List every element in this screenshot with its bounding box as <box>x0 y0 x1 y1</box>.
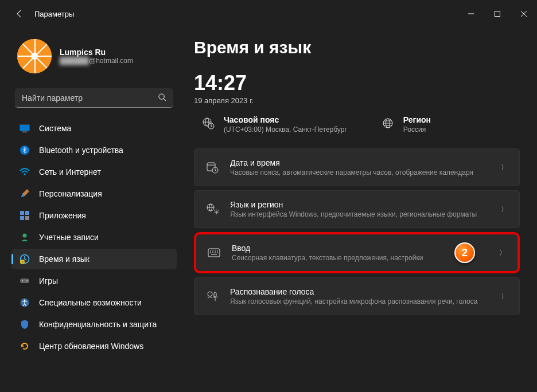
setting-input[interactable]: Ввод Сенсорная клавиатура, текстовые пре… <box>194 232 520 273</box>
minimize-button[interactable] <box>458 0 484 28</box>
search-input[interactable] <box>22 93 158 103</box>
system-icon <box>20 123 30 134</box>
apps-icon <box>20 210 30 221</box>
sidebar-item-label: Персонализация <box>39 189 102 198</box>
nav-list: Система Bluetooth и устройства Сеть и Ин… <box>11 118 177 356</box>
maximize-button[interactable] <box>484 0 511 28</box>
setting-title: Дата и время <box>230 158 489 167</box>
setting-speech[interactable]: Распознавание голоса Язык голосовых функ… <box>194 277 520 315</box>
svg-text:字: 字 <box>214 209 219 215</box>
setting-language-region[interactable]: 字 Язык и регион Язык интерфейса Windows,… <box>194 190 520 228</box>
current-time: 14:27 <box>194 71 520 95</box>
wifi-icon <box>20 167 30 177</box>
maximize-icon <box>495 11 500 17</box>
sidebar-item-accounts[interactable]: Учетные записи <box>11 227 177 248</box>
window-controls <box>458 0 537 28</box>
profile-name: Lumpics Ru <box>60 48 133 57</box>
personalization-icon <box>20 189 30 199</box>
close-button[interactable] <box>511 0 537 28</box>
svg-point-4 <box>159 93 164 99</box>
timezone-block[interactable]: Часовой пояс (UTC+03:00) Москва, Санкт-П… <box>202 115 347 134</box>
setting-desc: Язык интерфейса Windows, предпочитаемые … <box>230 210 489 218</box>
timezone-desc: (UTC+03:00) Москва, Санкт-Петербург <box>224 126 347 134</box>
chevron-right-icon: 〉 <box>501 163 508 173</box>
sidebar-item-personalization[interactable]: Персонализация <box>11 183 177 204</box>
arrow-left-icon <box>15 9 24 18</box>
sidebar-item-label: Bluetooth и устройства <box>39 146 123 155</box>
svg-point-49 <box>208 292 212 296</box>
svg-point-14 <box>23 234 27 238</box>
search-box[interactable] <box>15 88 173 108</box>
chevron-right-icon: 〉 <box>501 292 508 301</box>
svg-point-9 <box>24 173 26 175</box>
sidebar-item-gaming[interactable]: Игры <box>11 271 177 291</box>
accessibility-icon <box>20 297 30 308</box>
globe-clock-icon <box>202 117 215 130</box>
sidebar-item-bluetooth[interactable]: Bluetooth и устройства <box>11 140 177 160</box>
setting-date-time[interactable]: Дата и время Часовые пояса, автоматическ… <box>194 148 520 186</box>
setting-desc: Язык голосовых функций, настройка микроф… <box>230 297 489 305</box>
region-block[interactable]: Регион Россия <box>382 115 431 134</box>
sidebar-item-label: Сеть и Интернет <box>39 167 101 177</box>
sidebar-item-label: Приложения <box>39 211 86 220</box>
bluetooth-icon <box>20 145 30 155</box>
profile-block[interactable]: Lumpics Ru ██████@hotmail.com <box>11 28 177 84</box>
profile-email: ██████@hotmail.com <box>60 57 133 65</box>
svg-rect-12 <box>20 216 24 220</box>
page-title: Время и язык <box>194 38 520 57</box>
svg-rect-1 <box>495 11 500 17</box>
language-icon: 字 <box>206 203 219 215</box>
region-desc: Россия <box>403 126 431 134</box>
back-button[interactable] <box>10 5 29 23</box>
close-icon <box>521 11 527 17</box>
sidebar-item-label: Учетные записи <box>39 233 99 242</box>
minimize-icon <box>468 11 474 17</box>
svg-rect-50 <box>214 292 216 297</box>
svg-point-22 <box>24 300 26 301</box>
setting-desc: Сенсорная клавиатура, текстовые предложе… <box>232 254 488 262</box>
settings-list: Дата и время Часовые пояса, автоматическ… <box>194 148 520 315</box>
sidebar-item-label: Время и язык <box>39 254 90 264</box>
sidebar-item-apps[interactable]: Приложения <box>11 205 177 226</box>
current-date: 19 апреля 2023 г. <box>194 96 520 105</box>
setting-title: Ввод <box>232 244 488 253</box>
svg-text:字: 字 <box>21 260 24 264</box>
svg-line-5 <box>164 99 166 101</box>
microphone-icon <box>206 290 219 303</box>
sidebar-item-label: Специальные возможности <box>39 298 142 307</box>
keyboard-icon <box>208 246 220 259</box>
sidebar-item-privacy[interactable]: Конфиденциальность и защита <box>11 314 177 335</box>
svg-rect-10 <box>20 211 24 215</box>
sidebar-item-time-language[interactable]: 字 Время и язык <box>11 249 177 269</box>
svg-rect-13 <box>25 216 29 220</box>
region-title: Регион <box>403 115 431 124</box>
sidebar: Lumpics Ru ██████@hotmail.com Система Bl… <box>0 28 184 392</box>
setting-title: Распознавание голоса <box>230 287 489 296</box>
setting-desc: Часовые пояса, автоматические параметры … <box>230 168 489 177</box>
update-icon <box>20 341 30 351</box>
globe-icon <box>382 117 394 130</box>
sidebar-item-network[interactable]: Сеть и Интернет <box>11 162 177 182</box>
avatar <box>17 39 52 73</box>
privacy-icon <box>20 319 30 330</box>
svg-point-19 <box>22 280 23 281</box>
sidebar-item-update[interactable]: Центр обновления Windows <box>11 336 177 356</box>
annotation-badge: 2 <box>454 242 475 263</box>
svg-rect-7 <box>22 132 27 133</box>
window-title: Параметры <box>34 10 74 18</box>
sidebar-item-accessibility[interactable]: Специальные возможности <box>11 292 177 313</box>
svg-rect-11 <box>25 211 29 215</box>
gaming-icon <box>20 276 30 286</box>
svg-rect-6 <box>20 125 30 131</box>
sidebar-item-label: Игры <box>39 276 58 285</box>
svg-rect-18 <box>20 279 29 283</box>
svg-point-20 <box>26 280 28 281</box>
sidebar-item-label: Конфиденциальность и защита <box>39 320 157 329</box>
chevron-right-icon: 〉 <box>501 205 508 214</box>
main-panel: Время и язык 14:27 19 апреля 2023 г. Час… <box>184 28 537 392</box>
sidebar-item-system[interactable]: Система <box>11 118 177 139</box>
sidebar-item-label: Центр обновления Windows <box>39 342 143 351</box>
time-language-icon: 字 <box>20 254 30 264</box>
chevron-right-icon: 〉 <box>499 248 506 258</box>
sidebar-item-label: Система <box>39 124 71 133</box>
